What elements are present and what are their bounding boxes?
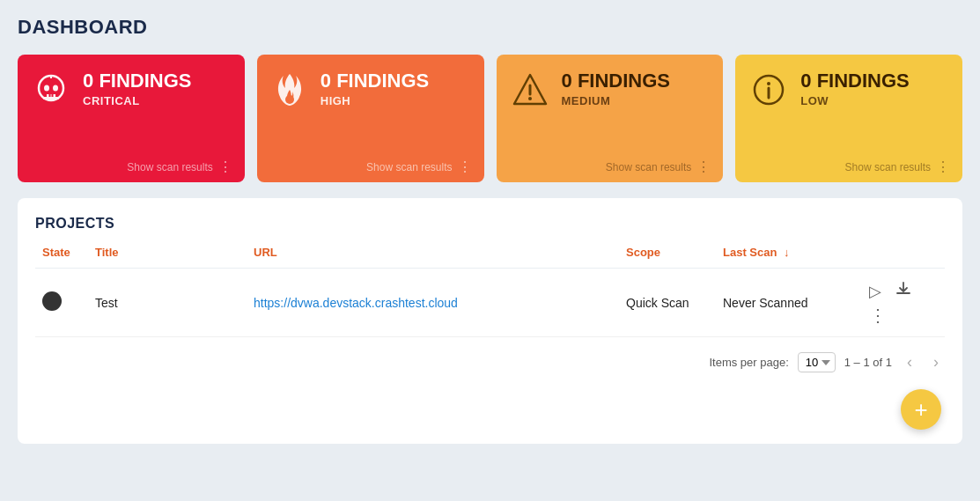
low-count-label: 0 FINDINGS xyxy=(800,70,910,92)
more-icon: ⋮ xyxy=(869,306,886,325)
state-dot xyxy=(42,291,62,311)
svg-point-11 xyxy=(528,97,532,100)
critical-severity: CRITICAL xyxy=(83,94,192,107)
medium-severity: MEDIUM xyxy=(562,94,671,107)
row-title: Test xyxy=(88,269,247,337)
svg-rect-6 xyxy=(43,97,59,99)
svg-point-13 xyxy=(767,82,770,85)
low-severity: LOW xyxy=(800,94,910,107)
sort-icon: ↓ xyxy=(784,246,790,259)
medium-menu-icon[interactable]: ⋮ xyxy=(696,158,711,175)
projects-title: PROJECTS xyxy=(35,216,945,232)
download-button[interactable] xyxy=(890,277,917,303)
medium-show-scan[interactable]: Show scan results xyxy=(606,161,691,173)
col-state: State xyxy=(35,246,88,269)
table-row: Test https://dvwa.devstack.crashtest.clo… xyxy=(35,269,945,337)
high-card[interactable]: 0 FINDINGS HIGH Show scan results ⋮ xyxy=(257,55,484,182)
add-project-fab[interactable]: + xyxy=(901,389,941,430)
col-last-scan[interactable]: Last Scan ↓ xyxy=(716,246,857,269)
skull-icon xyxy=(32,70,70,114)
high-severity: HIGH xyxy=(321,94,430,107)
findings-cards: 0 FINDINGS CRITICAL Show scan results ⋮ xyxy=(18,55,962,182)
chevron-left-icon: ‹ xyxy=(907,353,912,371)
next-page-button[interactable]: › xyxy=(927,350,945,375)
high-show-scan[interactable]: Show scan results xyxy=(366,161,452,173)
warning-icon xyxy=(511,70,549,114)
play-button[interactable]: ▷ xyxy=(864,280,887,303)
page-range: 1 – 1 of 1 xyxy=(844,356,892,369)
row-url: https://dvwa.devstack.crashtest.cloud xyxy=(247,269,619,337)
high-menu-icon[interactable]: ⋮ xyxy=(458,158,472,175)
prev-page-button[interactable]: ‹ xyxy=(901,350,918,375)
play-icon: ▷ xyxy=(869,283,881,300)
row-state xyxy=(35,269,88,337)
col-url: URL xyxy=(247,246,619,269)
items-per-page-select[interactable]: 10 5 25 50 xyxy=(798,352,836,372)
items-per-page-label: Items per page: xyxy=(709,356,788,369)
low-menu-icon[interactable]: ⋮ xyxy=(936,158,950,175)
critical-menu-icon[interactable]: ⋮ xyxy=(218,158,232,175)
more-button[interactable]: ⋮ xyxy=(864,303,891,328)
flame-icon xyxy=(271,70,308,114)
svg-point-2 xyxy=(53,85,58,92)
col-actions xyxy=(857,246,945,269)
pagination-row: Items per page: 10 5 25 50 1 – 1 of 1 ‹ … xyxy=(35,350,945,375)
critical-card[interactable]: 0 FINDINGS CRITICAL Show scan results ⋮ xyxy=(18,55,245,182)
project-url-link[interactable]: https://dvwa.devstack.crashtest.cloud xyxy=(254,296,458,310)
critical-show-scan[interactable]: Show scan results xyxy=(127,161,212,173)
high-count-label: 0 FINDINGS xyxy=(321,70,430,92)
medium-card[interactable]: 0 FINDINGS MEDIUM Show scan results ⋮ xyxy=(497,55,724,182)
fab-wrapper: + xyxy=(35,389,945,430)
low-card[interactable]: 0 FINDINGS LOW Show scan results ⋮ xyxy=(735,55,962,182)
row-scope: Quick Scan xyxy=(619,269,716,337)
info-circle-icon xyxy=(749,70,788,114)
page-title: DASHBOARD xyxy=(18,16,962,39)
low-show-scan[interactable]: Show scan results xyxy=(845,161,931,173)
chevron-right-icon: › xyxy=(933,353,939,371)
download-icon xyxy=(895,283,911,300)
plus-icon: + xyxy=(914,398,927,421)
svg-point-1 xyxy=(44,85,49,92)
critical-count-label: 0 FINDINGS xyxy=(83,70,192,92)
medium-count-label: 0 FINDINGS xyxy=(562,70,671,92)
col-scope: Scope xyxy=(619,246,716,269)
col-title: Title xyxy=(88,246,247,269)
row-actions: ▷ ⋮ xyxy=(857,269,945,337)
projects-table: State Title URL Scope Last Scan ↓ xyxy=(35,246,945,337)
row-last-scan: Never Scanned xyxy=(716,269,857,337)
projects-panel: PROJECTS State Title URL Scope xyxy=(18,198,962,444)
